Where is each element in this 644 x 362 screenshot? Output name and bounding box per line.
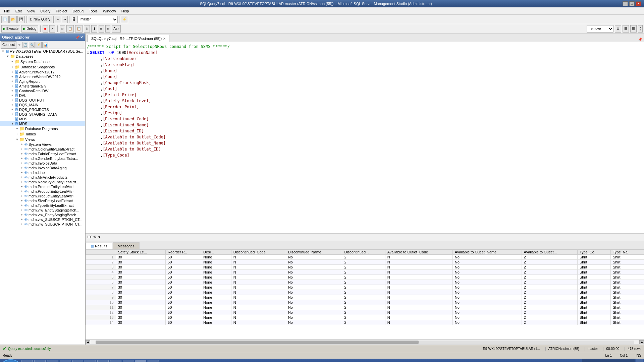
table-row[interactable]: 23050NoneNNo2NNo2ShirtShirt: [86, 260, 644, 265]
tree-view-mdmmyarticleproducts[interactable]: +👁mdm.MyArticleProducts: [0, 175, 85, 180]
taskbar-network-icon[interactable]: 🌍: [60, 360, 71, 362]
tree-db-contosoretaildw[interactable]: +🗄ContosoRetailDW: [0, 88, 85, 93]
toolbar-more3[interactable]: 📋: [75, 25, 83, 33]
new-file-button[interactable]: 📄: [1, 16, 9, 23]
tree-mds-tables[interactable]: +📁Tables: [0, 131, 85, 137]
taskbar-vs-icon[interactable]: 💠: [123, 360, 134, 362]
tree-view-systemviews[interactable]: +👁System Views: [0, 142, 85, 147]
tree-view-mdmfabricentityleafe[interactable]: +👁mdm.FabricEntityLeafExtract: [0, 152, 85, 156]
tree-mds-databasediagrams[interactable]: +📁Database Diagrams: [0, 126, 85, 131]
tree-view-mdminvoicedata[interactable]: +👁mdm.InvoiceData: [0, 161, 85, 166]
database-dropdown[interactable]: master: [77, 16, 118, 23]
tree-mds-views[interactable]: ▼📁Views: [0, 137, 85, 142]
tree-db-mds[interactable]: 🗄MDS: [0, 117, 85, 121]
table-row[interactable]: 103050NoneNNo2NNo2ShirtShirt: [86, 300, 644, 305]
taskbar-folder-icon[interactable]: 📁: [85, 360, 96, 362]
toolbar-more6[interactable]: ≡: [99, 25, 104, 33]
oe-sync-btn[interactable]: ⚡: [36, 42, 42, 48]
tree-view-mdmproductentityleaf[interactable]: +👁mdm.ProductEntityLeafAttri...: [0, 194, 85, 198]
new-query-button[interactable]: 🗒 New Query: [28, 16, 52, 23]
menu-window[interactable]: Window: [100, 7, 119, 14]
close-button[interactable]: ✕: [636, 1, 641, 6]
tree-db-adventureworks[interactable]: +🗄AdventureWorks2012: [0, 70, 85, 74]
sql-editor[interactable]: /****** Script for SelectTopNRows comman…: [86, 42, 644, 233]
tree-db-adventureworksdw[interactable]: +🗄AdventureWorksDW2012: [0, 74, 85, 79]
toolbar-right2[interactable]: ☰: [623, 25, 629, 33]
tree-server-node[interactable]: ▼ 🖥 R9-WXL90\STEVETOPTABULAR (SQL Se...: [0, 49, 85, 54]
menu-help[interactable]: Help: [119, 7, 132, 14]
open-button[interactable]: 📂: [9, 16, 17, 23]
tree-view-mdmsizeentityleafext[interactable]: +👁mdm.SizeEntityLeafExtract: [0, 198, 85, 203]
menu-tools[interactable]: Tools: [86, 7, 100, 14]
tree-db-agingreport[interactable]: +🗄AgingReport: [0, 79, 85, 84]
tree-db-amsterdamrally[interactable]: +🗄AmsterdamRally: [0, 84, 85, 88]
scroll-left-btn[interactable]: ◀: [86, 340, 90, 344]
tree-db-dqsmain[interactable]: +🗄DQS_MAIN: [0, 103, 85, 107]
table-row[interactable]: 53050NoneNNo2NNo2ShirtShirt: [86, 275, 644, 280]
taskbar-word-icon[interactable]: 📝: [148, 360, 159, 362]
oe-close-icon[interactable]: ✕: [80, 36, 83, 39]
oe-report-btn[interactable]: 📊: [42, 42, 48, 48]
tree-view-mdminvoicedataaging[interactable]: +👁mdm.InvoiceDataAging: [0, 166, 85, 170]
tree-view-mdmviwsubscriptionct[interactable]: +👁mdm.viw_SUBSCRIPTION_CT...: [0, 222, 85, 227]
tree-view-mdmline[interactable]: +👁mdm.Line: [0, 170, 85, 175]
tree-db-dqsoutput[interactable]: +🗄DQS_OUTPUT: [0, 98, 85, 103]
menu-view[interactable]: View: [24, 7, 38, 14]
table-row[interactable]: 133050NoneNNo2NNo2ShirtShirt: [86, 315, 644, 320]
toolbar-more8[interactable]: Az↑: [112, 25, 121, 33]
horizontal-scrollbar[interactable]: ◀ ▶: [86, 339, 644, 345]
table-row[interactable]: 63050NoneNNo2NNo2ShirtShirt: [86, 280, 644, 285]
window-controls[interactable]: — □ ✕: [623, 1, 641, 6]
table-row[interactable]: 143050NoneNNo2NNo2ShirtShirt: [86, 320, 644, 325]
scroll-thumb[interactable]: [96, 341, 419, 344]
save-button[interactable]: 💾: [17, 16, 25, 23]
table-row[interactable]: 73050NoneNNo2NNo2ShirtShirt: [86, 285, 644, 290]
table-row[interactable]: 83050NoneNNo2NNo2ShirtShirt: [86, 290, 644, 295]
table-row[interactable]: 43050NoneNNo2NNo2ShirtShirt: [86, 270, 644, 275]
toolbar-more5[interactable]: ⬇: [91, 25, 97, 33]
redo-button[interactable]: ↪: [62, 16, 68, 23]
menu-project[interactable]: Project: [53, 7, 70, 14]
tree-db-snapshots[interactable]: + 📁 Database Snapshots: [0, 64, 85, 70]
tree-view-mdmproductentityleaf[interactable]: +👁mdm.ProductEntityLeafAttri...: [0, 184, 85, 189]
tree-db-dal[interactable]: +🗄DAL: [0, 93, 85, 98]
tree-db-dqsprojects[interactable]: +🗄DQS_PROJECTS: [0, 107, 85, 112]
menu-query[interactable]: Query: [38, 7, 53, 14]
table-row[interactable]: 93050NoneNNo2NNo2ShirtShirt: [86, 295, 644, 300]
results-grid[interactable]: Safety Stock Le...Reorder P...Desi...Dis…: [86, 249, 644, 339]
minimize-button[interactable]: —: [623, 1, 628, 6]
oe-refresh-btn[interactable]: 🔄: [22, 42, 28, 48]
toolbar-more1[interactable]: ⎋: [60, 25, 65, 33]
toolbar-right4[interactable]: ⟨: [638, 25, 643, 33]
parse-button[interactable]: ✓: [49, 25, 55, 33]
taskbar-media-icon[interactable]: 🎵: [34, 360, 46, 362]
taskbar-ssms-icon[interactable]: 🗄: [136, 360, 146, 362]
taskbar-ie-icon[interactable]: 🌐: [21, 360, 33, 362]
scroll-right-btn[interactable]: ▶: [639, 340, 644, 344]
results-tab[interactable]: ▦ Results: [86, 243, 112, 249]
toolbar-more2[interactable]: 📋: [66, 25, 74, 33]
connect-btn[interactable]: Connect: [1, 41, 16, 49]
start-button[interactable]: ⊞: [1, 359, 20, 362]
tree-view-mdmtypeentityleafext[interactable]: +👁mdm.TypeEntityLeafExtract: [0, 203, 85, 208]
zoom-dropdown-icon[interactable]: ▼: [98, 235, 101, 239]
tree-view-mdmviwentitystagingb[interactable]: +👁mdm.viw_EntityStagingBatch...: [0, 213, 85, 217]
tree-db-dqsstagingdata[interactable]: +🗄DQS_STAGING_DATA: [0, 112, 85, 117]
tree-view-mdmneckstyleentityle[interactable]: +👁mdm.NeckStyleEntityLeafExt...: [0, 180, 85, 184]
taskbar-settings-icon[interactable]: ⚙: [72, 360, 83, 362]
taskbar-ie2-icon[interactable]: 🔵: [97, 360, 109, 362]
table-row[interactable]: 113050NoneNNo2NNo2ShirtShirt: [86, 305, 644, 310]
query-tab[interactable]: SQLQuery7.sql - R9-...TRION\ssimon (55))…: [88, 35, 169, 42]
connect-button[interactable]: ⚡: [121, 16, 128, 23]
tree-system-databases[interactable]: + 📁 System Databases: [0, 59, 85, 64]
tree-view-mdmviwsubscriptionct[interactable]: +👁mdm.viw_SUBSCRIPTION_CT...: [0, 217, 85, 222]
tree-databases[interactable]: ▼ 📁 Databases: [0, 54, 85, 59]
toolbar-right1[interactable]: ⚙: [615, 25, 621, 33]
toolbar-right3[interactable]: ☰: [630, 25, 637, 33]
menu-file[interactable]: File: [1, 7, 13, 14]
toolbar-more4[interactable]: ⬆: [84, 25, 90, 33]
table-row[interactable]: 123050NoneNNo2NNo2ShirtShirt: [86, 310, 644, 315]
tree-view-mdmproductentityleaf[interactable]: +👁mdm.ProductEntityLeafAttri...: [0, 189, 85, 194]
taskbar-outlook-icon[interactable]: 📧: [110, 360, 121, 362]
tree-view-mdmcolorentityleafex[interactable]: +👁mdm.ColorEntityLeafExtract: [0, 147, 85, 152]
